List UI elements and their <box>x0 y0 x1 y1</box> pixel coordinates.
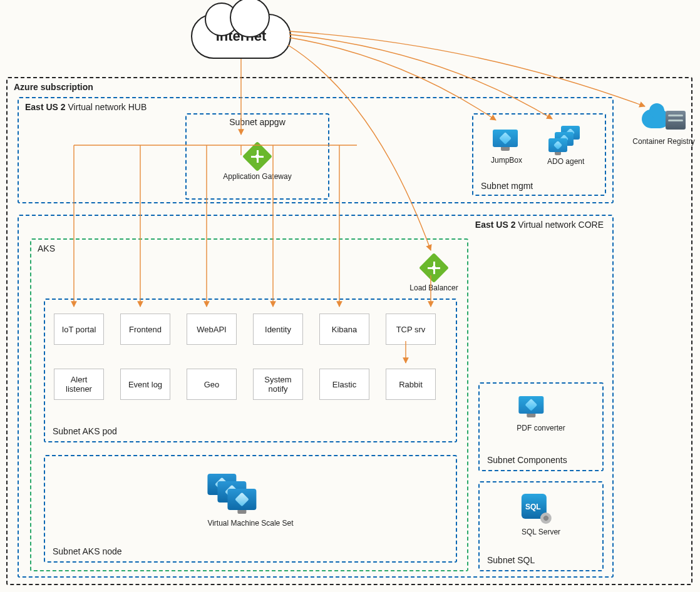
pod-identity: Identity <box>253 314 303 345</box>
subnet-mgmt-label: Subnet mgmt <box>481 181 533 191</box>
sql-server-label: SQL Server <box>522 528 560 536</box>
load-balancer-label: Load Balancer <box>406 283 462 292</box>
pod-event-log: Event log <box>120 369 170 400</box>
pdf-converter: PDF converter <box>517 396 565 432</box>
vnet-hub-title: East US 2 Virtual network HUB <box>25 102 147 112</box>
subnet-components-label: Subnet Components <box>487 455 567 465</box>
pod-geo: Geo <box>187 369 237 400</box>
vmss-label: Virtual Machine Scale Set <box>207 519 293 528</box>
internet-label: Internet <box>216 28 267 44</box>
pod-rabbit: Rabbit <box>386 369 436 400</box>
subnet-mgmt-box: JumpBox ADO agent Subnet mgmt <box>472 113 606 196</box>
application-gateway-icon <box>247 146 268 167</box>
load-balancer: Load Balancer <box>406 257 462 292</box>
subnet-sql-label: Subnet SQL <box>487 555 535 565</box>
pdf-converter-label: PDF converter <box>517 424 565 432</box>
subnet-aks-pod-box: IoT portal Frontend WebAPI Identity Kiba… <box>44 299 457 442</box>
subnet-aks-node-label: Subnet AKS node <box>53 546 122 556</box>
subnet-sql-box: SQL SQL Server Subnet SQL <box>478 481 604 571</box>
jumpbox: JumpBox <box>491 130 522 165</box>
subnet-aks-node-box: Virtual Machine Scale Set Subnet AKS nod… <box>44 455 457 563</box>
internet-cloud: Internet <box>191 14 291 59</box>
ado-agent-label: ADO agent <box>547 157 584 166</box>
vnet-core-title: East US 2 Virtual network CORE <box>475 220 604 230</box>
subscription-title: Azure subscription <box>14 82 93 92</box>
sql-server: SQL SQL Server <box>522 494 560 536</box>
application-gateway-label: Application Gateway <box>187 172 328 181</box>
vnet-core-box: East US 2 Virtual network CORE AKS Load … <box>18 215 614 578</box>
pod-iot-portal: IoT portal <box>54 314 104 345</box>
pod-tcp-srv: TCP srv <box>386 314 436 345</box>
subnet-aks-pod-label: Subnet AKS pod <box>53 426 117 436</box>
azure-subscription-box: Azure subscription East US 2 Virtual net… <box>6 77 692 585</box>
pod-elastic: Elastic <box>319 369 369 400</box>
subnet-appgw-label: Subnet appgw <box>229 117 286 127</box>
subnet-appgw-box: Subnet appgw Application Gateway <box>185 113 329 200</box>
aks-box: AKS Load Balancer IoT portal Frontend We… <box>30 238 468 571</box>
ado-agent: ADO agent <box>547 126 584 166</box>
pod-alert-listener: Alert listener <box>54 369 104 400</box>
vnet-hub-box: East US 2 Virtual network HUB Subnet app… <box>18 97 614 203</box>
pod-system-notify: System notify <box>253 369 303 400</box>
pod-kibana: Kibana <box>319 314 369 345</box>
vmss: Virtual Machine Scale Set <box>207 474 293 528</box>
pod-webapi: WebAPI <box>187 314 237 345</box>
pod-frontend: Frontend <box>120 314 170 345</box>
subnet-components-box: PDF converter Subnet Components <box>478 382 604 471</box>
jumpbox-label: JumpBox <box>491 156 522 165</box>
aks-label: AKS <box>38 243 55 253</box>
